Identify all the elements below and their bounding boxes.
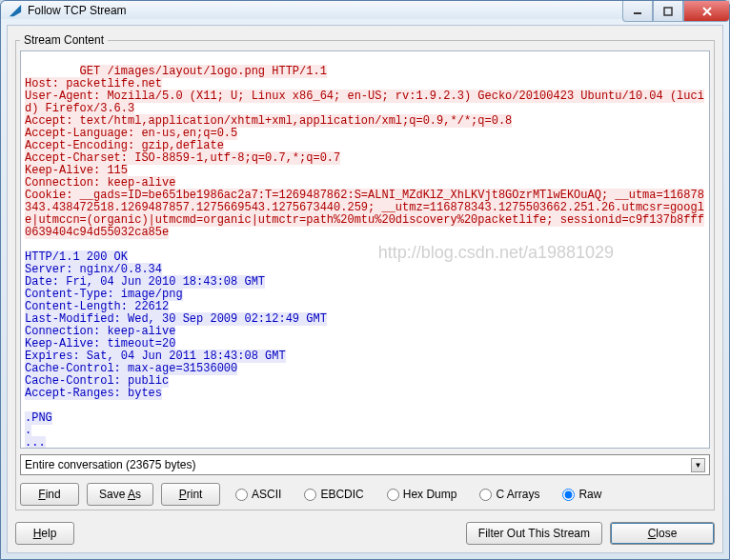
save-as-button[interactable]: Save As bbox=[87, 483, 153, 506]
radio-ebcdic[interactable]: EBCDIC bbox=[304, 488, 363, 501]
http-request: GET /images/layout/logo.png HTTP/1.1 Hos… bbox=[25, 65, 704, 239]
filter-out-button[interactable]: Filter Out This Stream bbox=[466, 522, 602, 545]
window: Follow TCP Stream Stream Content GET /im… bbox=[0, 0, 730, 560]
close-button[interactable]: Close bbox=[610, 522, 715, 545]
stream-content-group: Stream Content GET /images/layout/logo.p… bbox=[15, 33, 715, 510]
radio-hexdump[interactable]: Hex Dump bbox=[387, 488, 457, 501]
watermark-text: http://blog.csdn.net/a19881029 bbox=[378, 247, 614, 259]
svg-rect-1 bbox=[664, 8, 672, 15]
radio-carrays[interactable]: C Arrays bbox=[479, 488, 539, 501]
close-window-button[interactable] bbox=[683, 1, 729, 22]
fin-icon bbox=[9, 4, 22, 17]
help-button[interactable]: Help bbox=[15, 522, 74, 545]
chevron-down-icon: ▼ bbox=[691, 458, 705, 472]
print-button[interactable]: Print bbox=[161, 483, 220, 506]
titlebar[interactable]: Follow TCP Stream bbox=[1, 1, 729, 19]
window-controls bbox=[622, 1, 729, 22]
maximize-button[interactable] bbox=[653, 1, 683, 22]
window-title: Follow TCP Stream bbox=[28, 4, 127, 17]
stream-content-legend: Stream Content bbox=[20, 33, 108, 47]
conversation-dropdown[interactable]: Entire conversation (23675 bytes) ▼ bbox=[20, 454, 710, 475]
stream-content-text[interactable]: GET /images/layout/logo.png HTTP/1.1 Hos… bbox=[20, 50, 710, 449]
radio-raw[interactable]: Raw bbox=[562, 488, 601, 501]
client-area: Stream Content GET /images/layout/logo.p… bbox=[7, 25, 723, 553]
find-button[interactable]: Find bbox=[20, 483, 79, 506]
conversation-dropdown-label: Entire conversation (23675 bytes) bbox=[25, 458, 195, 471]
display-format-radios: ASCII EBCDIC Hex Dump C Arrays Raw bbox=[235, 488, 710, 501]
minimize-button[interactable] bbox=[622, 1, 653, 22]
http-response: HTTP/1.1 200 OK Server: nginx/0.8.34 Dat… bbox=[25, 250, 327, 449]
radio-ascii[interactable]: ASCII bbox=[235, 488, 281, 501]
svg-rect-0 bbox=[634, 12, 641, 14]
